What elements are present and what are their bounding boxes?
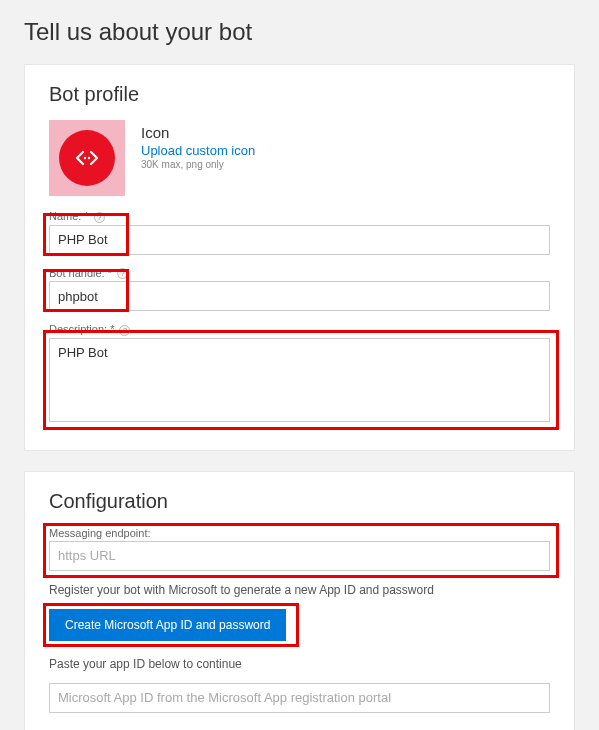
appid-input[interactable] [49, 683, 550, 713]
icon-meta: Icon Upload custom icon 30K max, png onl… [141, 120, 255, 170]
bot-icon-circle [59, 130, 115, 186]
configuration-card: Configuration Messaging endpoint: Regist… [24, 471, 575, 730]
help-icon[interactable]: ? [117, 268, 128, 279]
svg-point-1 [88, 157, 90, 159]
upload-hint: 30K max, png only [141, 159, 255, 170]
icon-title: Icon [141, 124, 255, 141]
bot-icon-tile [49, 120, 125, 196]
description-label: Description: * ? [49, 323, 550, 336]
handle-input[interactable] [49, 281, 550, 311]
handle-label: Bot handle: * ? [49, 267, 550, 280]
svg-point-0 [84, 157, 86, 159]
page-title: Tell us about your bot [24, 18, 575, 46]
icon-row: Icon Upload custom icon 30K max, png onl… [49, 120, 550, 196]
register-text: Register your bot with Microsoft to gene… [49, 583, 550, 597]
configuration-heading: Configuration [49, 490, 550, 513]
code-icon [72, 143, 102, 173]
help-icon[interactable]: ? [94, 212, 105, 223]
name-label: Name: * ? [49, 210, 550, 223]
endpoint-label: Messaging endpoint: [49, 527, 550, 539]
help-icon[interactable]: ? [119, 325, 130, 336]
name-input[interactable] [49, 225, 550, 255]
bot-profile-heading: Bot profile [49, 83, 550, 106]
create-app-id-button[interactable]: Create Microsoft App ID and password [49, 609, 286, 641]
bot-profile-card: Bot profile Icon Upload custom icon 30K … [24, 64, 575, 451]
description-input[interactable] [49, 338, 550, 422]
upload-icon-link[interactable]: Upload custom icon [141, 143, 255, 158]
paste-text: Paste your app ID below to continue [49, 657, 550, 671]
endpoint-input[interactable] [49, 541, 550, 571]
